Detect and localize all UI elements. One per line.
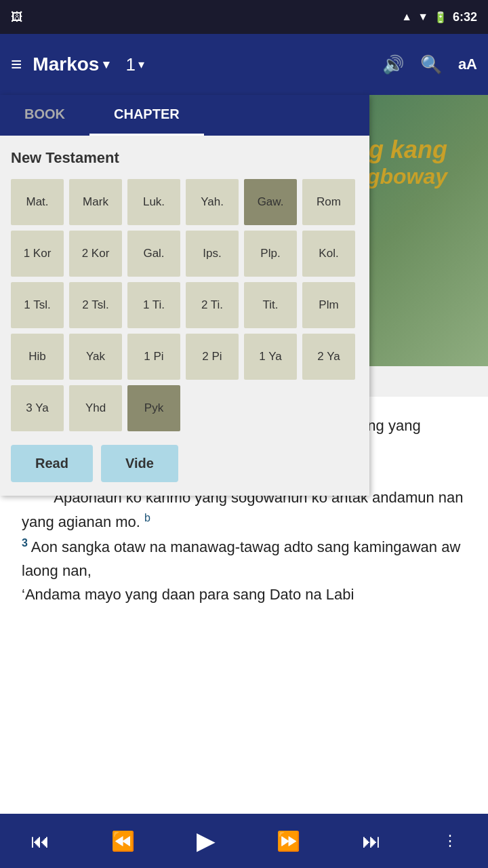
tab-book[interactable]: BOOK [0,95,89,136]
menu-icon[interactable]: ≡ [11,54,22,75]
tab-bar: BOOK CHAPTER [0,95,369,136]
bottom-bar: ⏮ ⏪ ▶ ⏩ ⏭ ⋮ [0,814,488,868]
read-button[interactable]: Read [11,445,93,482]
book-item-1kor[interactable]: 1 Kor [11,231,64,277]
tab-book-label: BOOK [24,106,65,122]
book-item-2ti[interactable]: 2 Ti. [186,282,239,328]
status-bar-left: 🖼 [11,10,23,24]
book-item-2ya[interactable]: 2 Ya [302,334,355,380]
signal-icon: ▼ [418,11,428,23]
back-icon[interactable]: ⏪ [111,830,135,852]
book-item-2pi[interactable]: 2 Pi [186,334,239,380]
book-item-2kor[interactable]: 2 Kor [69,231,122,277]
verse-3-number: 3 [22,537,28,549]
skip-forward-icon[interactable]: ⏭ [362,830,381,852]
wifi-icon: ▲ [401,11,412,23]
play-icon[interactable]: ▶ [197,827,216,855]
book-item-hib[interactable]: Hib [11,334,64,380]
book-item-plp[interactable]: Plp. [244,231,297,277]
search-icon[interactable]: 🔍 [420,54,442,75]
chapter-number-label: 1 [125,54,135,75]
book-item-gal[interactable]: Gal. [127,231,180,277]
book-item-ips[interactable]: Ips. [186,231,239,277]
chapter-dropdown-icon: ▾ [138,57,144,72]
battery-blocked-icon: 🔋 [434,11,447,24]
book-item-gaw[interactable]: Gaw. [244,179,297,225]
speaker-icon[interactable]: 🔊 [382,54,404,75]
book-item-1ti[interactable]: 1 Ti. [127,282,180,328]
vide-button[interactable]: Vide [101,445,178,482]
more-options-icon[interactable]: ⋮ [443,832,458,850]
book-grid: Mat. Mark Luk. Yah. Gaw. Rom 1 Kor 2 Kor… [11,179,359,431]
book-item-mat[interactable]: Mat. [11,179,64,225]
book-item-1pi[interactable]: 1 Pi [127,334,180,380]
book-item-luk[interactable]: Luk. [127,179,180,225]
book-item-1tsl[interactable]: 1 Tsl. [11,282,64,328]
footnote-b: b [144,512,150,524]
book-item-yhd[interactable]: Yhd [69,385,122,431]
book-dropdown-icon: ▾ [103,57,109,72]
dropdown-panel: BOOK CHAPTER New Testament Mat. Mark Luk… [0,95,369,496]
book-item-3ya[interactable]: 3 Ya [11,385,64,431]
book-item-1ya[interactable]: 1 Ya [244,334,297,380]
forward-icon[interactable]: ⏩ [277,830,300,852]
nav-bar: ≡ Markos ▾ 1 ▾ 🔊 🔍 aA [0,34,488,95]
book-name-label: Markos [33,54,99,75]
panel-content: New Testament Mat. Mark Luk. Yah. Gaw. R… [0,136,369,496]
image-icon: 🖼 [11,10,23,24]
tab-chapter-label: CHAPTER [114,106,180,122]
verse-3-text: Aon sangka otaw na manawag-tawag adto sa… [22,538,460,579]
book-item-rom[interactable]: Rom [302,179,355,225]
verse-3-cont: ‘Andama mayo yang daan para sang Dato na… [22,586,354,603]
book-title-button[interactable]: Markos ▾ [33,54,109,75]
font-size-icon[interactable]: aA [458,56,477,73]
status-bar: 🖼 ▲ ▼ 🔋 6:32 [0,0,488,34]
book-item-tit[interactable]: Tit. [244,282,297,328]
book-item-kol[interactable]: Kol. [302,231,355,277]
book-item-pyk[interactable]: Pyk [127,385,180,431]
book-item-yak[interactable]: Yak [69,334,122,380]
status-bar-right: ▲ ▼ 🔋 6:32 [401,10,477,24]
action-buttons: Read Vide [11,445,359,482]
skip-back-icon[interactable]: ⏮ [30,830,49,852]
chapter-selector[interactable]: 1 ▾ [125,54,144,75]
book-item-mark[interactable]: Mark [69,179,122,225]
tab-chapter[interactable]: CHAPTER [89,95,204,136]
book-item-2tsl[interactable]: 2 Tsl. [69,282,122,328]
book-item-yah[interactable]: Yah. [186,179,239,225]
nav-actions: 🔊 🔍 aA [382,54,477,75]
book-item-plm[interactable]: Plm [302,282,355,328]
section-title: New Testament [11,149,359,167]
status-time: 6:32 [453,10,477,24]
